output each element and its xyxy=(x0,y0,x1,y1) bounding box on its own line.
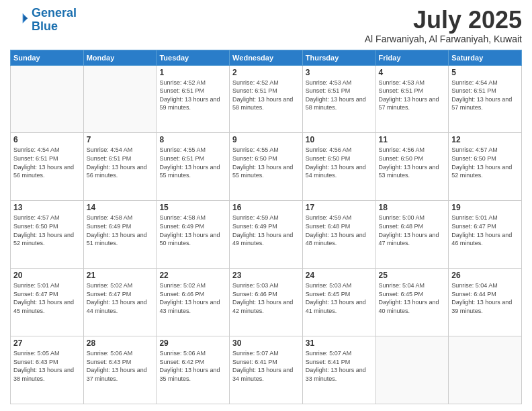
day-number: 9 xyxy=(232,135,300,144)
week-row-1: 1Sunrise: 4:52 AM Sunset: 6:51 PM Daylig… xyxy=(11,65,522,133)
calendar-cell: 9Sunrise: 4:55 AM Sunset: 6:50 PM Daylig… xyxy=(230,133,303,201)
day-number: 22 xyxy=(159,271,226,280)
calendar-cell xyxy=(11,65,84,133)
day-info: Sunrise: 5:04 AM Sunset: 6:44 PM Dayligh… xyxy=(451,281,519,315)
day-info: Sunrise: 4:59 AM Sunset: 6:49 PM Dayligh… xyxy=(232,214,300,247)
day-number: 17 xyxy=(306,203,373,212)
calendar-cell: 19Sunrise: 5:01 AM Sunset: 6:47 PM Dayli… xyxy=(449,201,522,269)
calendar-cell: 28Sunrise: 5:06 AM Sunset: 6:43 PM Dayli… xyxy=(83,336,157,404)
day-info: Sunrise: 4:58 AM Sunset: 6:49 PM Dayligh… xyxy=(159,214,226,247)
logo-icon xyxy=(10,11,29,30)
calendar-cell xyxy=(83,65,157,133)
day-number: 13 xyxy=(13,203,81,212)
calendar-cell: 25Sunrise: 5:04 AM Sunset: 6:45 PM Dayli… xyxy=(375,269,449,336)
logo-text: General Blue xyxy=(32,7,77,34)
day-info: Sunrise: 5:07 AM Sunset: 6:41 PM Dayligh… xyxy=(232,349,300,383)
calendar-cell: 12Sunrise: 4:57 AM Sunset: 6:50 PM Dayli… xyxy=(449,133,522,201)
calendar-cell: 21Sunrise: 5:02 AM Sunset: 6:47 PM Dayli… xyxy=(83,269,157,336)
day-info: Sunrise: 5:05 AM Sunset: 6:43 PM Dayligh… xyxy=(13,349,81,383)
day-number: 26 xyxy=(451,271,519,280)
calendar-cell: 23Sunrise: 5:03 AM Sunset: 6:46 PM Dayli… xyxy=(230,269,303,336)
day-number: 31 xyxy=(306,338,373,348)
calendar-cell: 26Sunrise: 5:04 AM Sunset: 6:44 PM Dayli… xyxy=(449,269,522,336)
day-number: 5 xyxy=(451,68,519,77)
weekday-header-thursday: Thursday xyxy=(302,50,375,65)
day-info: Sunrise: 5:03 AM Sunset: 6:46 PM Dayligh… xyxy=(232,281,300,315)
calendar-cell: 4Sunrise: 4:53 AM Sunset: 6:51 PM Daylig… xyxy=(375,65,449,133)
week-row-3: 13Sunrise: 4:57 AM Sunset: 6:50 PM Dayli… xyxy=(11,201,522,269)
day-number: 30 xyxy=(232,338,300,348)
day-number: 23 xyxy=(232,271,300,280)
day-number: 20 xyxy=(13,271,81,280)
calendar-cell: 22Sunrise: 5:02 AM Sunset: 6:46 PM Dayli… xyxy=(157,269,230,336)
calendar-cell: 31Sunrise: 5:07 AM Sunset: 6:41 PM Dayli… xyxy=(302,336,375,404)
day-info: Sunrise: 4:54 AM Sunset: 6:51 PM Dayligh… xyxy=(451,79,519,112)
day-number: 10 xyxy=(306,135,373,144)
calendar-cell: 8Sunrise: 4:55 AM Sunset: 6:51 PM Daylig… xyxy=(157,133,230,201)
weekday-header-monday: Monday xyxy=(83,50,157,65)
calendar-table: SundayMondayTuesdayWednesdayThursdayFrid… xyxy=(10,50,522,404)
day-number: 25 xyxy=(379,271,446,280)
day-number: 11 xyxy=(379,135,446,144)
day-number: 3 xyxy=(306,68,373,77)
header: General Blue July 2025 Al Farwaniyah, Al… xyxy=(10,7,522,44)
day-info: Sunrise: 4:57 AM Sunset: 6:50 PM Dayligh… xyxy=(451,146,519,179)
calendar-cell: 29Sunrise: 5:06 AM Sunset: 6:42 PM Dayli… xyxy=(157,336,230,404)
weekday-row: SundayMondayTuesdayWednesdayThursdayFrid… xyxy=(11,50,522,65)
calendar-cell: 30Sunrise: 5:07 AM Sunset: 6:41 PM Dayli… xyxy=(230,336,303,404)
day-number: 28 xyxy=(87,338,154,348)
day-number: 27 xyxy=(13,338,81,348)
calendar-cell: 15Sunrise: 4:58 AM Sunset: 6:49 PM Dayli… xyxy=(157,201,230,269)
day-info: Sunrise: 4:54 AM Sunset: 6:51 PM Dayligh… xyxy=(87,146,154,179)
day-number: 18 xyxy=(379,203,446,212)
day-number: 15 xyxy=(159,203,226,212)
day-number: 7 xyxy=(87,135,154,144)
calendar-cell: 14Sunrise: 4:58 AM Sunset: 6:49 PM Dayli… xyxy=(83,201,157,269)
day-number: 1 xyxy=(159,68,226,77)
calendar-cell: 7Sunrise: 4:54 AM Sunset: 6:51 PM Daylig… xyxy=(83,133,157,201)
calendar-cell xyxy=(375,336,449,404)
day-info: Sunrise: 5:03 AM Sunset: 6:45 PM Dayligh… xyxy=(306,281,373,315)
week-row-5: 27Sunrise: 5:05 AM Sunset: 6:43 PM Dayli… xyxy=(11,336,522,404)
calendar-cell: 5Sunrise: 4:54 AM Sunset: 6:51 PM Daylig… xyxy=(449,65,522,133)
calendar-cell: 24Sunrise: 5:03 AM Sunset: 6:45 PM Dayli… xyxy=(302,269,375,336)
calendar-cell: 10Sunrise: 4:56 AM Sunset: 6:50 PM Dayli… xyxy=(302,133,375,201)
title-block: July 2025 Al Farwaniyah, Al Farwaniyah, … xyxy=(365,7,522,44)
day-info: Sunrise: 4:52 AM Sunset: 6:51 PM Dayligh… xyxy=(159,79,226,112)
calendar-cell: 13Sunrise: 4:57 AM Sunset: 6:50 PM Dayli… xyxy=(11,201,84,269)
weekday-header-sunday: Sunday xyxy=(11,50,84,65)
calendar-header: SundayMondayTuesdayWednesdayThursdayFrid… xyxy=(11,50,522,65)
day-info: Sunrise: 5:07 AM Sunset: 6:41 PM Dayligh… xyxy=(306,349,373,383)
day-info: Sunrise: 5:02 AM Sunset: 6:47 PM Dayligh… xyxy=(87,281,154,315)
day-number: 21 xyxy=(87,271,154,280)
day-info: Sunrise: 4:55 AM Sunset: 6:50 PM Dayligh… xyxy=(232,146,300,179)
day-info: Sunrise: 5:01 AM Sunset: 6:47 PM Dayligh… xyxy=(451,214,519,247)
day-info: Sunrise: 5:01 AM Sunset: 6:47 PM Dayligh… xyxy=(13,281,81,315)
week-row-2: 6Sunrise: 4:54 AM Sunset: 6:51 PM Daylig… xyxy=(11,133,522,201)
day-number: 12 xyxy=(451,135,519,144)
calendar-cell: 20Sunrise: 5:01 AM Sunset: 6:47 PM Dayli… xyxy=(11,269,84,336)
calendar-cell: 1Sunrise: 4:52 AM Sunset: 6:51 PM Daylig… xyxy=(157,65,230,133)
day-info: Sunrise: 5:04 AM Sunset: 6:45 PM Dayligh… xyxy=(379,281,446,315)
calendar-cell: 2Sunrise: 4:52 AM Sunset: 6:51 PM Daylig… xyxy=(230,65,303,133)
day-info: Sunrise: 4:53 AM Sunset: 6:51 PM Dayligh… xyxy=(379,79,446,112)
day-number: 24 xyxy=(306,271,373,280)
day-info: Sunrise: 4:56 AM Sunset: 6:50 PM Dayligh… xyxy=(306,146,373,179)
calendar-cell: 3Sunrise: 4:53 AM Sunset: 6:51 PM Daylig… xyxy=(302,65,375,133)
day-info: Sunrise: 4:58 AM Sunset: 6:49 PM Dayligh… xyxy=(87,214,154,247)
month-title: July 2025 xyxy=(365,7,522,34)
day-info: Sunrise: 4:52 AM Sunset: 6:51 PM Dayligh… xyxy=(232,79,300,112)
day-info: Sunrise: 5:06 AM Sunset: 6:43 PM Dayligh… xyxy=(87,349,154,383)
calendar-cell: 27Sunrise: 5:05 AM Sunset: 6:43 PM Dayli… xyxy=(11,336,84,404)
day-number: 16 xyxy=(232,203,300,212)
day-info: Sunrise: 4:53 AM Sunset: 6:51 PM Dayligh… xyxy=(306,79,373,112)
calendar-cell: 18Sunrise: 5:00 AM Sunset: 6:48 PM Dayli… xyxy=(375,201,449,269)
page: General Blue July 2025 Al Farwaniyah, Al… xyxy=(0,0,532,411)
calendar-body: 1Sunrise: 4:52 AM Sunset: 6:51 PM Daylig… xyxy=(11,65,522,404)
day-info: Sunrise: 4:54 AM Sunset: 6:51 PM Dayligh… xyxy=(13,146,81,179)
weekday-header-tuesday: Tuesday xyxy=(157,50,230,65)
day-info: Sunrise: 5:02 AM Sunset: 6:46 PM Dayligh… xyxy=(159,281,226,315)
day-info: Sunrise: 4:59 AM Sunset: 6:48 PM Dayligh… xyxy=(306,214,373,247)
day-number: 14 xyxy=(87,203,154,212)
weekday-header-friday: Friday xyxy=(375,50,449,65)
